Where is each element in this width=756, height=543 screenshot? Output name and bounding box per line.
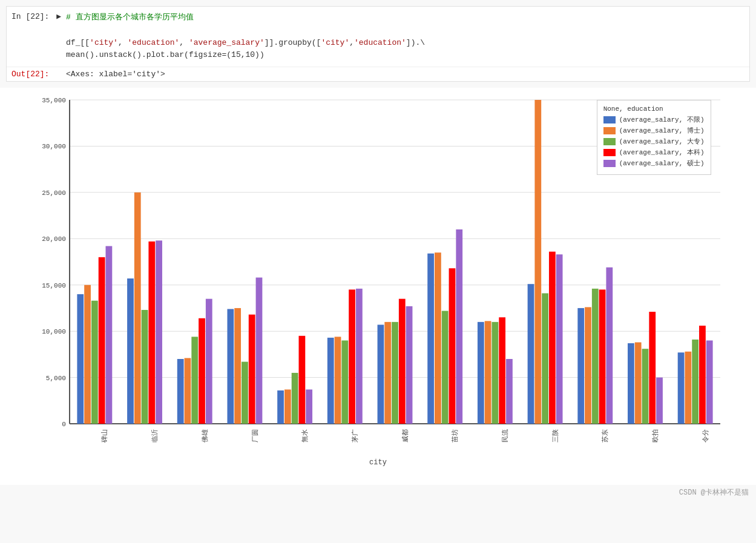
code-comment: # 直方图显示各个城市各学历平均值: [66, 13, 194, 22]
legend-color-swatch: [603, 160, 616, 167]
output-value: <Axes: xlabel='city'>: [66, 70, 165, 79]
bar: [156, 241, 162, 424]
plot-container: 05,00010,00015,00020,00025,00030,00035,0…: [70, 94, 720, 457]
bar: [306, 390, 312, 424]
legend-item: (average_salary, 博士): [603, 126, 705, 135]
bar: [606, 268, 613, 424]
bar: [692, 340, 698, 424]
x-tick-label: 苗坊: [451, 429, 459, 443]
y-tick-label: 15,000: [42, 282, 66, 289]
bar: [398, 299, 405, 424]
code-line4: mean().unstack().plot.bar(figsize=(15,10…: [66, 50, 265, 59]
x-tick-label: 苏东: [601, 429, 609, 443]
y-tick-label: 25,000: [42, 189, 66, 197]
bar: [685, 352, 691, 424]
x-tick-label: 茅广: [350, 429, 358, 443]
x-tick-label: 佛雄: [201, 429, 208, 443]
x-tick-label: 厂圆: [251, 429, 258, 443]
bar: [591, 289, 598, 424]
bar: [642, 349, 648, 424]
output-label: Out[22]:: [12, 70, 66, 79]
bar: [355, 289, 362, 424]
bar: [484, 321, 491, 424]
legend-color-swatch: [603, 149, 616, 156]
legend-item: (average_salary, 大专): [603, 137, 705, 146]
bar: [392, 322, 398, 424]
legend-label: (average_salary, 本科): [619, 148, 705, 157]
x-tick-label: 民流: [501, 429, 508, 443]
bar: [242, 362, 248, 424]
cell-output: Out[22]: <Axes: xlabel='city'>: [7, 67, 749, 81]
y-tick-label: 10,000: [42, 328, 66, 335]
bar: [191, 337, 198, 424]
legend-label: (average_salary, 不限): [619, 115, 705, 124]
bar: [534, 100, 541, 424]
bar: [384, 322, 391, 424]
bar: [234, 308, 241, 424]
bar: [91, 301, 97, 424]
legend-color-swatch: [603, 138, 616, 145]
cell-input-label: In [22]: ▶: [7, 10, 66, 63]
legend-label: (average_salary, 大专): [619, 137, 705, 146]
bar: [141, 310, 148, 424]
chart-wrapper: 05,00010,00015,00020,00025,00030,00035,0…: [0, 88, 756, 500]
legend-title: None, education: [603, 105, 705, 113]
legend-item: (average_salary, 硕士): [603, 159, 705, 168]
bar: [205, 299, 212, 424]
y-tick-label: 35,000: [42, 97, 66, 104]
bar: [406, 306, 412, 424]
y-tick-label: 30,000: [42, 143, 66, 151]
bar: [499, 317, 505, 424]
legend: None, education(average_salary, 不限)(aver…: [597, 100, 711, 175]
bar: [105, 246, 112, 424]
bar: [527, 284, 534, 424]
bar: [542, 294, 548, 424]
x-tick-label: 三陕: [551, 429, 559, 443]
y-tick-label: 0: [62, 421, 66, 428]
bar: [699, 326, 706, 424]
y-tick-label: 5,000: [45, 375, 65, 382]
bar: [577, 308, 584, 424]
bar: [656, 378, 663, 424]
output-label-text: Out[22]:: [12, 70, 49, 79]
bar: [248, 315, 255, 424]
legend-color-swatch: [603, 127, 616, 134]
run-icon[interactable]: ▶: [56, 12, 61, 21]
cell-input: In [22]: ▶ # 直方图显示各个城市各学历平均值 df_[['city'…: [7, 7, 749, 67]
bar: [148, 242, 155, 424]
bar: [649, 312, 656, 424]
bar: [177, 359, 183, 424]
chart-area: 05,00010,00015,00020,00025,00030,00035,0…: [0, 88, 756, 485]
bar: [327, 338, 334, 424]
bar: [456, 229, 462, 424]
bar: [277, 390, 284, 424]
legend-label: (average_salary, 硕士): [619, 159, 705, 168]
bar: [77, 294, 84, 424]
cell-code: # 直方图显示各个城市各学历平均值 df_[['city', 'educatio…: [66, 10, 749, 63]
bar: [199, 318, 205, 424]
x-tick-label: 碑山: [100, 429, 108, 443]
x-tick-label: 令分: [702, 429, 709, 443]
bar: [349, 290, 355, 424]
bar: [585, 308, 591, 424]
bar: [599, 290, 605, 424]
x-tick-label: 临沂: [151, 429, 159, 443]
bar: [506, 359, 513, 424]
bar: [334, 337, 341, 424]
notebook-cell: In [22]: ▶ # 直方图显示各个城市各学历平均值 df_[['city'…: [6, 6, 750, 82]
x-axis-label: city: [369, 458, 387, 467]
bar: [441, 311, 448, 424]
watermark-text: CSDN @卡林神不是猫: [679, 489, 749, 497]
x-tick-label: 欧拍: [652, 429, 659, 443]
bar: [449, 268, 455, 424]
watermark: CSDN @卡林神不是猫: [0, 485, 756, 500]
x-tick-label: 威都: [401, 429, 409, 443]
output-value-text: <Axes: xlabel='city'>: [66, 70, 165, 79]
bar: [127, 278, 134, 424]
x-tick-label: 無水: [301, 429, 309, 443]
bar: [706, 341, 712, 424]
input-label-text: In [22]:: [12, 12, 49, 21]
legend-color-swatch: [603, 116, 616, 123]
bar: [477, 322, 484, 424]
bar: [491, 322, 498, 424]
